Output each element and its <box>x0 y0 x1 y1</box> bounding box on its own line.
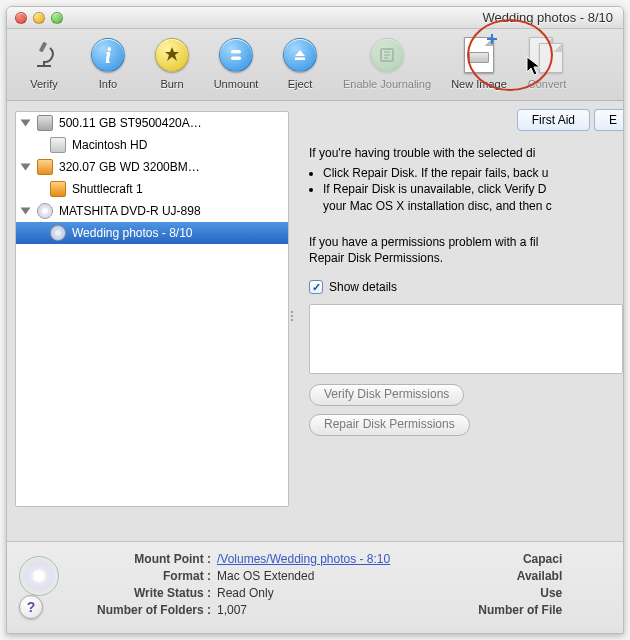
tab-next[interactable]: E <box>594 109 623 131</box>
zoom-icon[interactable] <box>51 12 63 24</box>
status-left: Mount Point : /Volumes/Wedding photos - … <box>71 552 390 617</box>
disclosure-icon[interactable] <box>21 208 31 215</box>
volume-icon <box>50 181 66 197</box>
eject-icon <box>280 35 320 75</box>
new-image-button[interactable]: New Image <box>443 33 515 90</box>
tree-label: 320.07 GB WD 3200BM… <box>59 160 200 174</box>
tree-row-volume[interactable]: Shuttlecraft 1 <box>16 178 288 200</box>
device-tree[interactable]: 500.11 GB ST9500420A… Macintosh HD 320.0… <box>15 111 289 507</box>
enable-journaling-button: Enable Journaling <box>333 33 441 90</box>
folders-value: 1,007 <box>211 603 390 617</box>
cursor-arrow-icon <box>526 56 544 78</box>
disk-utility-window: Wedding photos - 8/10 Verify i Info <box>6 6 624 634</box>
volume-icon <box>50 137 66 153</box>
repair-disk-permissions-button[interactable]: Repair Disk Permissions <box>309 414 470 436</box>
right-panel: First Aid E If you're having trouble wit… <box>297 101 623 541</box>
help-button[interactable]: ? <box>19 595 43 619</box>
disclosure-icon[interactable] <box>21 120 31 127</box>
tab-first-aid[interactable]: First Aid <box>517 109 590 131</box>
minimize-icon[interactable] <box>33 12 45 24</box>
burn-icon <box>152 35 192 75</box>
tree-row-disc-selected[interactable]: Wedding photos - 8/10 <box>16 222 288 244</box>
microscope-icon <box>24 35 64 75</box>
external-disk-icon <box>37 159 53 175</box>
format-value: Mac OS Extended <box>211 569 390 583</box>
write-status-key: Write Status : <box>71 586 211 600</box>
disc-large-icon <box>19 556 59 596</box>
svg-rect-2 <box>231 50 241 54</box>
svg-rect-5 <box>295 58 305 61</box>
verify-disk-permissions-button[interactable]: Verify Disk Permissions <box>309 384 464 406</box>
tree-row-volume[interactable]: Macintosh HD <box>16 134 288 156</box>
verify-button[interactable]: Verify <box>13 33 75 90</box>
show-details-checkbox[interactable]: ✓ <box>309 280 323 294</box>
close-icon[interactable] <box>15 12 27 24</box>
tree-row-disk[interactable]: 500.11 GB ST9500420A… <box>16 112 288 134</box>
svg-rect-3 <box>231 57 241 61</box>
show-details-label: Show details <box>329 280 397 294</box>
optical-drive-icon <box>37 203 53 219</box>
svg-marker-4 <box>295 50 305 56</box>
tree-label: MATSHITA DVD-R UJ-898 <box>59 204 201 218</box>
mount-point-key: Mount Point : <box>71 552 211 566</box>
available-key: Availabl <box>452 569 562 583</box>
tree-label: Macintosh HD <box>72 138 147 152</box>
tree-label: 500.11 GB ST9500420A… <box>59 116 202 130</box>
info-icon: i <box>88 35 128 75</box>
tree-row-disk[interactable]: 320.07 GB WD 3200BM… <box>16 156 288 178</box>
details-textarea[interactable] <box>309 304 623 374</box>
status-bar: Mount Point : /Volumes/Wedding photos - … <box>7 541 623 627</box>
tree-row-optical[interactable]: MATSHITA DVD-R UJ-898 <box>16 200 288 222</box>
format-key: Format : <box>71 569 211 583</box>
internal-disk-icon <box>37 115 53 131</box>
sidebar: 500.11 GB ST9500420A… Macintosh HD 320.0… <box>7 101 297 541</box>
tree-label: Wedding photos - 8/10 <box>72 226 193 240</box>
new-image-icon <box>459 35 499 75</box>
write-status-value: Read Only <box>211 586 390 600</box>
svg-marker-1 <box>165 47 179 61</box>
used-key: Use <box>452 586 562 600</box>
unmount-icon <box>216 35 256 75</box>
unmount-button[interactable]: Unmount <box>205 33 267 90</box>
mount-point-value[interactable]: /Volumes/Wedding photos - 8:10 <box>211 552 390 566</box>
capacity-key: Capaci <box>452 552 562 566</box>
disclosure-icon[interactable] <box>21 164 31 171</box>
folders-key: Number of Folders : <box>71 603 211 617</box>
eject-button[interactable]: Eject <box>269 33 331 90</box>
status-right: Capaci Availabl Use Number of File <box>452 552 562 617</box>
show-details-row[interactable]: ✓ Show details <box>303 272 623 300</box>
tree-label: Shuttlecraft 1 <box>72 182 143 196</box>
disc-icon <box>50 225 66 241</box>
window-title: Wedding photos - 8/10 <box>482 10 613 25</box>
files-key: Number of File <box>452 603 562 617</box>
tabbar: First Aid E <box>303 109 623 131</box>
svg-rect-0 <box>39 42 47 53</box>
journaling-icon <box>367 35 407 75</box>
help-text: If you're having trouble with the select… <box>303 141 623 272</box>
burn-button[interactable]: Burn <box>141 33 203 90</box>
main-area: 500.11 GB ST9500420A… Macintosh HD 320.0… <box>7 101 623 541</box>
titlebar: Wedding photos - 8/10 <box>7 7 623 29</box>
window-controls <box>15 12 63 24</box>
info-button[interactable]: i Info <box>77 33 139 90</box>
